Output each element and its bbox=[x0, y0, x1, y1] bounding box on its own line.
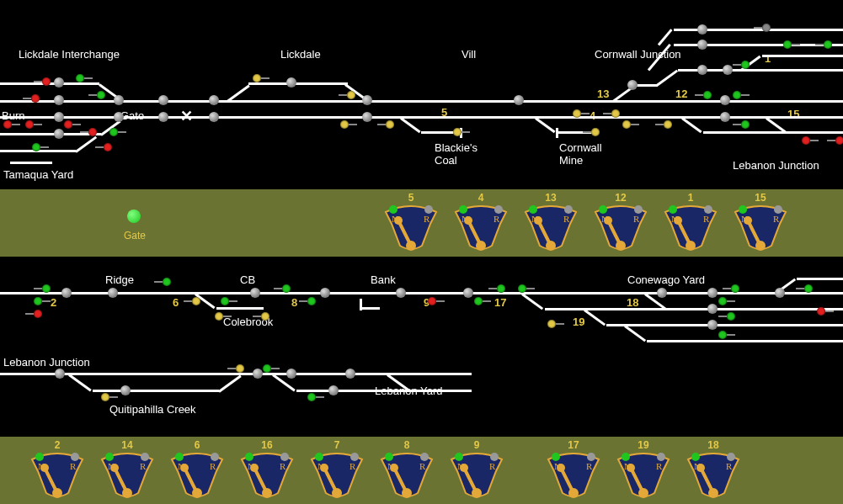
signal[interactable] bbox=[80, 128, 97, 136]
node bbox=[253, 369, 263, 379]
signal[interactable] bbox=[827, 136, 843, 145]
signal[interactable] bbox=[101, 393, 118, 401]
signal[interactable] bbox=[253, 312, 269, 321]
signal[interactable] bbox=[802, 136, 819, 145]
signal[interactable] bbox=[573, 109, 590, 118]
signal[interactable] bbox=[723, 284, 739, 293]
lever-14[interactable]: 14 bbox=[98, 439, 157, 496]
lever-18[interactable]: 18 bbox=[684, 439, 743, 496]
lever-17[interactable]: 17 bbox=[544, 439, 603, 496]
lever-19[interactable]: 19 bbox=[614, 439, 673, 496]
signal[interactable] bbox=[23, 94, 40, 103]
label-lebanon-junction: Lebanon Junction bbox=[733, 159, 819, 172]
signal[interactable] bbox=[25, 310, 42, 318]
signal[interactable] bbox=[622, 120, 639, 129]
node bbox=[697, 24, 707, 34]
signal[interactable] bbox=[88, 91, 105, 99]
node bbox=[720, 95, 730, 105]
signal[interactable] bbox=[733, 61, 750, 69]
lebanon-yard-spur bbox=[296, 390, 472, 392]
signal[interactable] bbox=[583, 128, 600, 136]
cy-l4 bbox=[797, 278, 843, 280]
signal[interactable] bbox=[34, 297, 51, 305]
signal[interactable] bbox=[340, 120, 357, 129]
cj-seg1 bbox=[636, 84, 658, 87]
lever-8[interactable]: 8 bbox=[377, 439, 436, 496]
node bbox=[328, 385, 339, 395]
signal[interactable] bbox=[783, 40, 800, 49]
signal[interactable] bbox=[718, 297, 735, 305]
signal[interactable] bbox=[796, 284, 813, 293]
lever-6[interactable]: 6 bbox=[168, 439, 227, 496]
signal[interactable] bbox=[299, 297, 316, 305]
lever-12[interactable]: 12 bbox=[591, 192, 650, 249]
signal[interactable] bbox=[718, 331, 735, 339]
lever-2[interactable]: 2 bbox=[28, 439, 87, 496]
label-lickdale: Lickdale bbox=[280, 48, 321, 61]
lj-d2b bbox=[218, 374, 242, 392]
signal[interactable] bbox=[25, 120, 42, 129]
node bbox=[61, 288, 72, 298]
lever-9[interactable]: 9 bbox=[447, 439, 506, 496]
signal[interactable] bbox=[474, 297, 491, 305]
signal[interactable] bbox=[95, 143, 112, 151]
signal[interactable] bbox=[718, 312, 735, 321]
signal[interactable] bbox=[34, 77, 51, 86]
gate-indicator-lamp[interactable] bbox=[127, 210, 141, 223]
signal[interactable] bbox=[547, 320, 564, 328]
signal[interactable] bbox=[815, 40, 832, 49]
bottom-lever-panel: 2 14 6 16 7 8 9 17 19 18 bbox=[0, 437, 843, 504]
signal[interactable] bbox=[603, 109, 620, 118]
cy-l2 bbox=[606, 324, 843, 326]
signal[interactable] bbox=[274, 284, 291, 293]
signal[interactable] bbox=[32, 143, 49, 151]
signal[interactable] bbox=[817, 307, 834, 316]
node bbox=[362, 95, 372, 105]
node bbox=[720, 112, 730, 122]
signal[interactable] bbox=[655, 120, 672, 129]
lever-1[interactable]: 1 bbox=[661, 192, 720, 249]
signal[interactable] bbox=[227, 364, 244, 373]
node bbox=[697, 65, 707, 75]
lever-16[interactable]: 16 bbox=[237, 439, 296, 496]
signal[interactable] bbox=[154, 278, 171, 286]
signal[interactable] bbox=[339, 91, 355, 99]
signal[interactable] bbox=[518, 284, 535, 293]
signal[interactable] bbox=[377, 120, 394, 129]
lj-bottom bbox=[703, 131, 843, 134]
signal[interactable] bbox=[488, 284, 505, 293]
diag-cj-2 bbox=[656, 70, 678, 87]
lever-13[interactable]: 13 bbox=[521, 192, 580, 249]
turnout-num-2: 2 bbox=[51, 296, 56, 309]
signal[interactable] bbox=[3, 120, 20, 129]
signal[interactable] bbox=[34, 284, 51, 293]
lever-4[interactable]: 4 bbox=[451, 192, 510, 249]
node bbox=[697, 40, 707, 50]
signal[interactable] bbox=[184, 297, 200, 305]
signal[interactable] bbox=[215, 312, 232, 321]
turnout-num-8: 8 bbox=[291, 296, 297, 309]
signal[interactable] bbox=[253, 74, 269, 82]
main-track-upper bbox=[0, 100, 843, 103]
node bbox=[707, 320, 718, 330]
signal[interactable] bbox=[76, 74, 93, 82]
cy-d4 bbox=[624, 325, 646, 342]
signal[interactable] bbox=[695, 91, 712, 99]
signal[interactable] bbox=[263, 364, 280, 373]
lever-7[interactable]: 7 bbox=[307, 439, 366, 496]
signal[interactable] bbox=[453, 128, 470, 136]
signal[interactable] bbox=[307, 393, 324, 401]
signal[interactable] bbox=[733, 91, 750, 99]
lever-5[interactable]: 5 bbox=[381, 192, 440, 249]
signal[interactable] bbox=[428, 297, 445, 305]
signal[interactable] bbox=[221, 297, 237, 305]
signal[interactable] bbox=[109, 128, 126, 136]
node bbox=[396, 288, 406, 298]
label-lickdale-interchange: Lickdale Interchange bbox=[19, 48, 120, 61]
signal[interactable] bbox=[754, 24, 771, 32]
signal[interactable] bbox=[733, 120, 750, 129]
node bbox=[54, 77, 64, 88]
signal[interactable] bbox=[64, 120, 81, 129]
lever-15[interactable]: 15 bbox=[731, 192, 790, 249]
node bbox=[723, 65, 733, 75]
